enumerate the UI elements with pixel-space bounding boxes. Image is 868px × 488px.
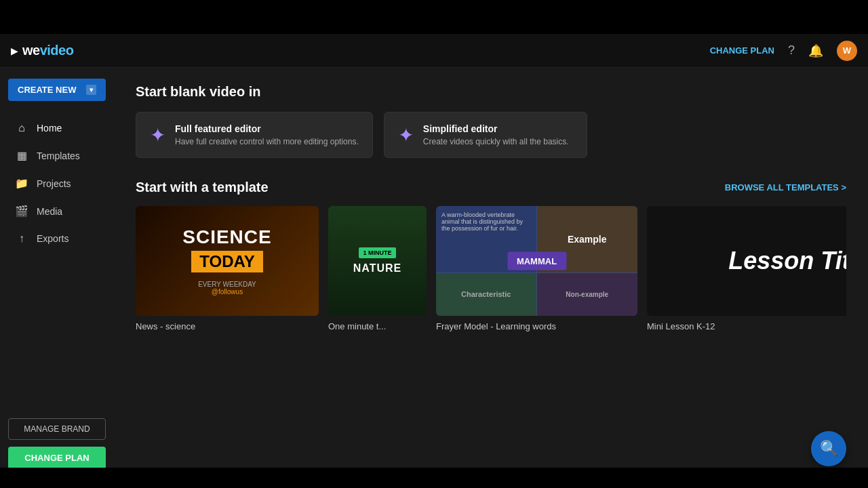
sidebar-top: CREATE NEW ▾ ⌂ Home ▦ Templates 📁 Projec… <box>0 79 114 252</box>
logo-play-icon: ▶ <box>11 45 18 56</box>
start-blank-title: Start blank video in <box>136 84 846 100</box>
browse-all-templates-link[interactable]: BROWSE ALL TEMPLATES > <box>725 182 846 192</box>
create-new-button[interactable]: CREATE NEW ▾ <box>8 79 106 101</box>
simplified-editor-description: Create videos quickly with all the basic… <box>423 137 569 146</box>
nature-text: NATURE <box>353 262 401 274</box>
full-editor-icon: ✦ <box>150 124 165 146</box>
template-label-news-science: News - science <box>136 321 319 331</box>
simplified-editor-title: Simplified editor <box>423 123 569 134</box>
nature-minute-badge: 1 MINUTE <box>359 247 395 258</box>
templates-icon: ▦ <box>15 149 28 162</box>
projects-icon: 📁 <box>15 177 28 190</box>
editor-options: ✦ Full featured editor Have full creativ… <box>136 112 846 158</box>
header-right: CHANGE PLAN ? 🔔 W <box>710 41 857 61</box>
sidebar-item-templates-label: Templates <box>37 150 80 161</box>
avatar[interactable]: W <box>837 41 857 61</box>
header-change-plan-link[interactable]: CHANGE PLAN <box>710 45 774 56</box>
template-card-frayer[interactable]: A warm-blooded vertebrate animal that is… <box>436 206 637 331</box>
logo: ▶ wevideo <box>11 43 73 58</box>
news-science-text: SCIENCE <box>182 226 271 248</box>
change-plan-button[interactable]: CHANGE PLAN <box>8 447 106 469</box>
news-today-text: TODAY <box>191 251 262 272</box>
templates-header: Start with a template BROWSE ALL TEMPLAT… <box>136 180 846 195</box>
template-card-one-minute[interactable]: 1 MINUTE NATURE One minute t... <box>328 206 427 331</box>
home-icon: ⌂ <box>15 122 28 134</box>
sidebar-item-templates[interactable]: ▦ Templates <box>4 142 110 169</box>
main-content: Start blank video in ✦ Full featured edi… <box>114 68 868 488</box>
sidebar-item-media-label: Media <box>37 206 62 217</box>
search-icon: 🔍 <box>820 440 838 458</box>
create-new-label: CREATE NEW <box>18 85 76 95</box>
frayer-non-example: Non-example <box>537 273 638 317</box>
frayer-thumbnail: A warm-blooded vertebrate animal that is… <box>436 206 637 316</box>
full-featured-editor-card[interactable]: ✦ Full featured editor Have full creativ… <box>136 112 373 158</box>
template-label-frayer: Frayer Model - Learning words <box>436 321 637 331</box>
top-bar <box>0 0 868 34</box>
sidebar-item-home-label: Home <box>37 123 62 134</box>
frayer-center-label: MAMMAL <box>507 252 566 270</box>
template-card-news-science[interactable]: SCIENCE TODAY EVERY WEEKDAY @followus Ne… <box>136 206 319 331</box>
simplified-editor-icon: ✦ <box>398 124 414 146</box>
simplified-editor-card[interactable]: ✦ Simplified editor Create videos quickl… <box>384 112 587 158</box>
template-card-mini-lesson[interactable]: Lesson Title Mini Lesson K-12 <box>647 206 846 331</box>
news-every-text: EVERY WEEKDAY <box>198 281 256 288</box>
exports-icon: ↑ <box>15 232 28 245</box>
help-icon[interactable]: ? <box>788 43 795 58</box>
bell-icon[interactable]: 🔔 <box>808 43 823 58</box>
sidebar-item-exports-label: Exports <box>37 233 68 244</box>
news-follow-text: @followus <box>212 288 243 296</box>
media-icon: 🎬 <box>15 205 28 218</box>
template-thumb-mini-lesson: Lesson Title <box>647 206 846 316</box>
sidebar: CREATE NEW ▾ ⌂ Home ▦ Templates 📁 Projec… <box>0 68 114 488</box>
search-fab-button[interactable]: 🔍 <box>811 431 846 466</box>
start-template-title: Start with a template <box>136 180 269 195</box>
manage-brand-button[interactable]: MANAGE BRAND <box>8 418 106 440</box>
sidebar-item-home[interactable]: ⌂ Home <box>4 115 110 141</box>
news-science-thumbnail: SCIENCE TODAY EVERY WEEKDAY @followus <box>136 206 319 316</box>
lesson-title-text: Lesson Title <box>728 247 846 275</box>
full-editor-title: Full featured editor <box>175 123 359 134</box>
sidebar-item-media[interactable]: 🎬 Media <box>4 198 110 224</box>
layout: CREATE NEW ▾ ⌂ Home ▦ Templates 📁 Projec… <box>0 68 868 488</box>
simplified-editor-info: Simplified editor Create videos quickly … <box>423 123 569 146</box>
chevron-down-icon: ▾ <box>86 85 96 95</box>
templates-grid: SCIENCE TODAY EVERY WEEKDAY @followus Ne… <box>136 206 846 331</box>
sidebar-item-projects-label: Projects <box>37 178 71 189</box>
sidebar-item-projects[interactable]: 📁 Projects <box>4 170 110 197</box>
lesson-thumbnail: Lesson Title <box>647 206 846 316</box>
full-editor-description: Have full creative control with more edi… <box>175 137 359 146</box>
frayer-characteristic: Characteristic <box>436 273 537 317</box>
template-thumb-frayer: A warm-blooded vertebrate animal that is… <box>436 206 637 316</box>
logo-text: wevideo <box>22 43 73 58</box>
bottom-bar <box>0 468 868 488</box>
template-thumb-news-science: SCIENCE TODAY EVERY WEEKDAY @followus <box>136 206 319 316</box>
sidebar-item-exports[interactable]: ↑ Exports <box>4 226 110 251</box>
full-editor-info: Full featured editor Have full creative … <box>175 123 359 146</box>
template-thumb-one-minute: 1 MINUTE NATURE <box>328 206 427 316</box>
template-label-one-minute: One minute t... <box>328 321 427 331</box>
header: ▶ wevideo CHANGE PLAN ? 🔔 W <box>0 34 868 68</box>
nature-thumbnail: 1 MINUTE NATURE <box>328 206 427 316</box>
template-label-mini-lesson: Mini Lesson K-12 <box>647 321 846 331</box>
